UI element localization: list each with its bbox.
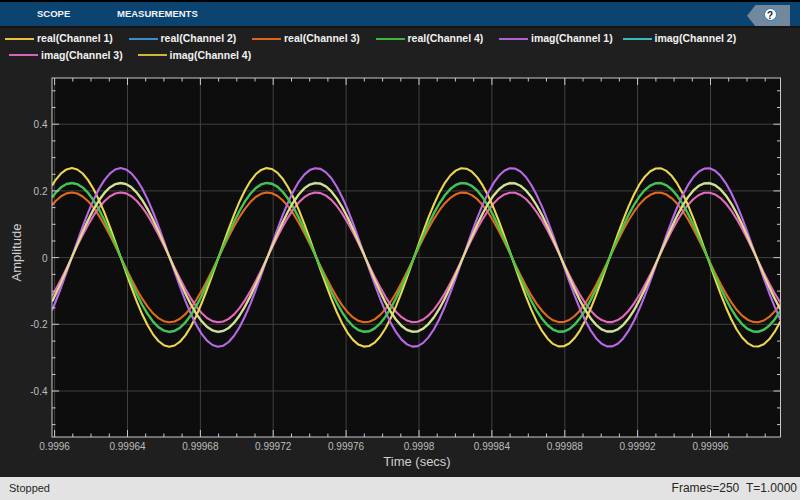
- svg-text:0.4: 0.4: [34, 119, 48, 130]
- svg-text:0.99976: 0.99976: [328, 441, 365, 452]
- svg-text:0.99992: 0.99992: [620, 441, 657, 452]
- svg-text:0.99988: 0.99988: [547, 441, 584, 452]
- svg-text:0.99996: 0.99996: [692, 441, 729, 452]
- svg-text:0.99964: 0.99964: [109, 441, 146, 452]
- svg-text:-0.4: -0.4: [30, 386, 48, 397]
- svg-text:0: 0: [42, 253, 48, 264]
- svg-text:0.99984: 0.99984: [474, 441, 511, 452]
- svg-text:0.2: 0.2: [34, 186, 48, 197]
- svg-text:0.9996: 0.9996: [39, 441, 70, 452]
- svg-text:0.99968: 0.99968: [182, 441, 219, 452]
- svg-text:0.99972: 0.99972: [255, 441, 292, 452]
- svg-text:-0.2: -0.2: [30, 319, 48, 330]
- svg-text:0.9998: 0.9998: [404, 441, 435, 452]
